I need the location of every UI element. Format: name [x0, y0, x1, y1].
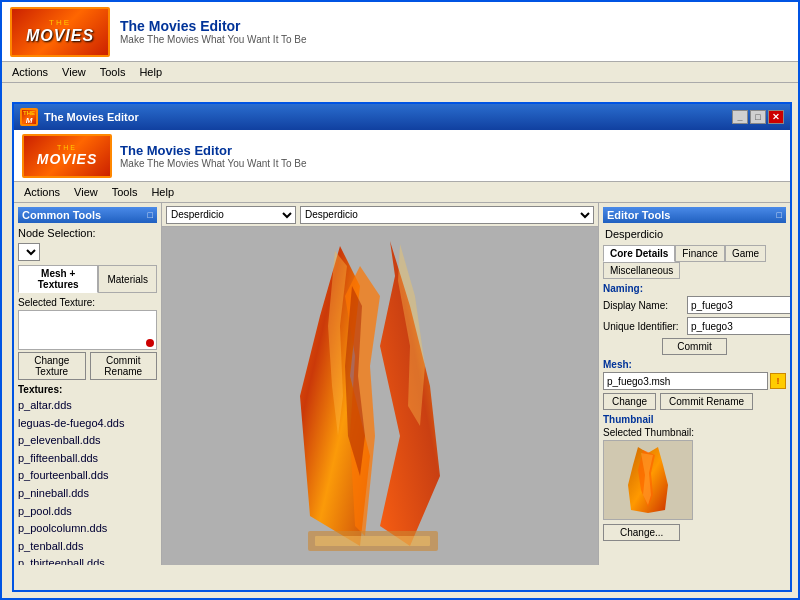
left-panel: Common Tools □ Node Selection: Mesh + Te…: [14, 203, 162, 565]
center-canvas: [162, 227, 598, 565]
mesh-buttons-row: Change Commit Rename: [603, 393, 786, 410]
tab-game[interactable]: Game: [725, 245, 766, 262]
outer-window: THE MOVIES The Movies Editor Make The Mo…: [0, 0, 800, 600]
inner-header-text: The Movies Editor Make The Movies What Y…: [120, 143, 307, 169]
editor-tools-icon: □: [777, 210, 782, 220]
unique-id-label: Unique Identifier:: [603, 321, 683, 332]
inner-header: THE MOVIES The Movies Editor Make The Mo…: [14, 130, 790, 182]
left-panel-header: Common Tools □: [18, 207, 157, 223]
inner-title-buttons: _ □ ✕: [732, 110, 784, 124]
display-name-row: Display Name:: [603, 296, 786, 314]
main-layout: Common Tools □ Node Selection: Mesh + Te…: [14, 203, 790, 565]
tab-mesh-textures[interactable]: Mesh + Textures: [18, 265, 98, 293]
inner-title-left: THE M The Movies Editor: [20, 108, 139, 126]
inner-window: THE M The Movies Editor _ □ ✕ THE MOVIES…: [12, 102, 792, 592]
list-item[interactable]: p_tenball.dds: [18, 538, 157, 556]
app-title: The Movies Editor: [120, 18, 307, 34]
menu-actions[interactable]: Actions: [6, 64, 54, 80]
list-item[interactable]: p_fifteenball.dds: [18, 450, 157, 468]
unique-id-input[interactable]: [687, 317, 790, 335]
inner-logo-movies: MOVIES: [37, 151, 97, 167]
list-item[interactable]: leguas-de-fuego4.dds: [18, 415, 157, 433]
change-thumb-btn-row: Change...: [603, 524, 786, 541]
inner-title-logo: THE M: [20, 108, 38, 126]
node-selection-row: Node Selection:: [18, 227, 157, 239]
texture-preview: [18, 310, 157, 350]
logo-the-text: THE: [49, 18, 71, 27]
display-name-input[interactable]: [687, 296, 790, 314]
close-button[interactable]: ✕: [768, 110, 784, 124]
list-item[interactable]: p_thirteenball.dds: [18, 555, 157, 565]
texture-indicator: [146, 339, 154, 347]
mesh-section-label: Mesh:: [603, 359, 786, 370]
change-mesh-button[interactable]: Change: [603, 393, 656, 410]
app-header: THE MOVIES The Movies Editor Make The Mo…: [2, 2, 798, 62]
menu-view[interactable]: View: [56, 64, 92, 80]
thumbnail-flame: [623, 445, 673, 515]
editor-tools-label: Editor Tools: [607, 209, 670, 221]
list-item[interactable]: p_elevenball.dds: [18, 432, 157, 450]
selected-texture-label: Selected Texture:: [18, 297, 157, 308]
maximize-button[interactable]: □: [750, 110, 766, 124]
texture-list: p_altar.dds leguas-de-fuego4.dds p_eleve…: [18, 397, 157, 565]
texture-buttons: Change Texture Commit Rename: [18, 352, 157, 380]
tab-finance[interactable]: Finance: [675, 245, 725, 262]
svg-rect-7: [315, 536, 430, 546]
thumbnail-section-label: Thumbnail: [603, 414, 786, 425]
change-thumbnail-button[interactable]: Change...: [603, 524, 680, 541]
logo-movies-text: MOVIES: [26, 27, 94, 45]
inner-title-text: The Movies Editor: [44, 111, 139, 123]
selected-thumbnail-label: Selected Thumbnail:: [603, 427, 786, 438]
entity-name-label: Desperdicio: [603, 227, 786, 241]
minimize-button[interactable]: _: [732, 110, 748, 124]
inner-menu-actions[interactable]: Actions: [18, 184, 66, 200]
center-dropdown-2[interactable]: Desperdicio: [300, 206, 594, 224]
texture-tabs-row: Mesh + Textures Materials: [18, 265, 157, 293]
right-tabs: Core Details Finance Game Miscellaneous: [603, 245, 786, 279]
commit-rename-mesh-button[interactable]: Commit Rename: [660, 393, 753, 410]
thumbnail-preview: [603, 440, 693, 520]
right-panel: Editor Tools □ Desperdicio Core Details …: [598, 203, 790, 565]
outer-menubar: Actions View Tools Help: [2, 62, 798, 83]
commit-button[interactable]: Commit: [662, 338, 726, 355]
center-panel: Desperdicio Desperdicio: [162, 203, 598, 565]
common-tools-label: Common Tools: [22, 209, 101, 221]
editor-tools-header: Editor Tools □: [603, 207, 786, 223]
tab-materials[interactable]: Materials: [98, 265, 157, 293]
display-name-label: Display Name:: [603, 300, 683, 311]
list-item[interactable]: p_pool.dds: [18, 503, 157, 521]
app-subtitle: Make The Movies What You Want It To Be: [120, 34, 307, 45]
inner-menu-help[interactable]: Help: [145, 184, 180, 200]
node-selection-dropdown[interactable]: [18, 243, 40, 261]
app-header-text: The Movies Editor Make The Movies What Y…: [120, 18, 307, 45]
menu-help[interactable]: Help: [133, 64, 168, 80]
left-panel-icon: □: [148, 210, 153, 220]
list-item[interactable]: p_nineball.dds: [18, 485, 157, 503]
list-item[interactable]: p_fourteenball.dds: [18, 467, 157, 485]
inner-menu-view[interactable]: View: [68, 184, 104, 200]
flame-visualization: [280, 236, 480, 556]
inner-logo-the: THE: [57, 144, 77, 151]
mesh-row: !: [603, 372, 786, 390]
commit-rename-button-left[interactable]: Commit Rename: [90, 352, 158, 380]
unique-id-row: Unique Identifier:: [603, 317, 786, 335]
menu-tools[interactable]: Tools: [94, 64, 132, 80]
tab-core-details[interactable]: Core Details: [603, 245, 675, 262]
naming-section-label: Naming:: [603, 283, 786, 294]
inner-app-subtitle: Make The Movies What You Want It To Be: [120, 158, 307, 169]
inner-logo: THE MOVIES: [22, 134, 112, 178]
textures-label: Textures:: [18, 384, 157, 395]
inner-app-title: The Movies Editor: [120, 143, 307, 158]
inner-menu-tools[interactable]: Tools: [106, 184, 144, 200]
warning-icon: !: [770, 373, 786, 389]
inner-menubar: Actions View Tools Help: [14, 182, 790, 203]
inner-title-bar: THE M The Movies Editor _ □ ✕: [14, 104, 790, 130]
mesh-input[interactable]: [603, 372, 768, 390]
center-toolbar: Desperdicio Desperdicio: [162, 203, 598, 227]
tab-miscellaneous[interactable]: Miscellaneous: [603, 262, 680, 279]
list-item[interactable]: p_altar.dds: [18, 397, 157, 415]
list-item[interactable]: p_poolcolumn.dds: [18, 520, 157, 538]
change-texture-button[interactable]: Change Texture: [18, 352, 86, 380]
commit-btn-row: Commit: [603, 338, 786, 355]
center-dropdown-1[interactable]: Desperdicio: [166, 206, 296, 224]
